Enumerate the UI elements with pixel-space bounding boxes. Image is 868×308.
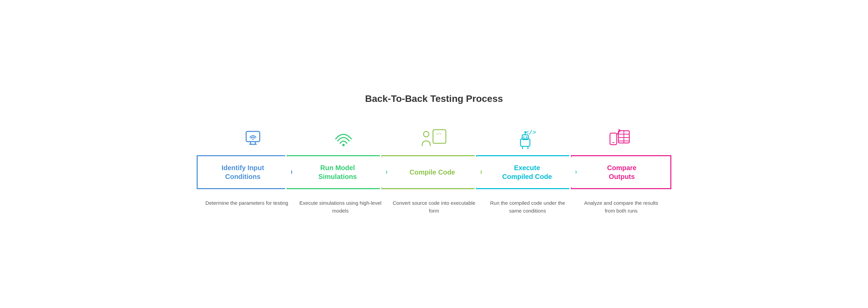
main-container: Back-To-Back Testing Process xyxy=(197,93,671,215)
step-label-execute: ExecuteCompiled Code xyxy=(502,163,552,181)
arrows-row: Identify InputConditions Run ModelSimula… xyxy=(197,155,671,189)
svg-point-13 xyxy=(525,131,526,133)
descriptions-row: Determine the parameters for testing Exe… xyxy=(197,199,671,215)
svg-rect-10 xyxy=(520,139,530,146)
icons-row: </> </> xyxy=(197,121,671,152)
icon-compare-outputs xyxy=(572,121,665,152)
step-run-model: Run ModelSimulations xyxy=(286,155,387,189)
step-label-compare: CompareOutputs xyxy=(607,163,636,181)
svg-point-5 xyxy=(342,144,345,146)
step-label-run-model: Run ModelSimulations xyxy=(318,163,357,181)
step-compile-code: Compile Code xyxy=(381,155,482,189)
desc-compile: Convert source code into executable form xyxy=(387,199,481,215)
page-title: Back-To-Back Testing Process xyxy=(197,93,671,104)
icon-run-model xyxy=(296,121,388,152)
svg-rect-0 xyxy=(246,131,260,142)
desc-run-model: Execute simulations using high-level mod… xyxy=(294,199,387,215)
desc-identify: Determine the parameters for testing xyxy=(200,199,294,215)
svg-rect-6 xyxy=(433,130,446,143)
svg-text:</>: </> xyxy=(436,132,442,135)
svg-point-14 xyxy=(523,137,525,138)
desc-compare: Analyze and compare the results from bot… xyxy=(574,199,668,215)
desc-execute: Run the compiled code under the same con… xyxy=(481,199,574,215)
icon-compile-code: </> xyxy=(388,121,480,152)
process-wrapper: </> </> xyxy=(197,121,671,215)
svg-point-8 xyxy=(423,131,429,137)
svg-point-4 xyxy=(252,139,254,140)
icon-execute-compiled: </> xyxy=(480,121,572,152)
step-label-compile: Compile Code xyxy=(410,168,455,177)
svg-point-15 xyxy=(526,137,527,138)
step-identify-input: Identify InputConditions xyxy=(197,155,292,189)
step-label-identify: Identify InputConditions xyxy=(221,163,264,181)
step-execute-compiled: ExecuteCompiled Code xyxy=(476,155,576,189)
icon-identify-input xyxy=(203,121,296,152)
step-compare-outputs: CompareOutputs xyxy=(571,155,671,189)
